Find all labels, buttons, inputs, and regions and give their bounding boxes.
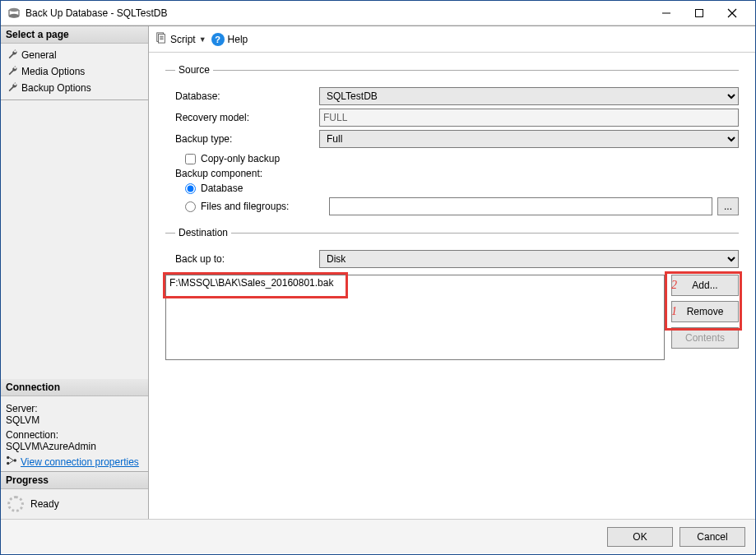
help-icon: ? [211,33,225,46]
main-area: Select a page General Media Options Back… [1,25,755,519]
backup-to-label: Back up to: [175,253,319,265]
svg-line-10 [9,460,13,463]
svg-point-1 [9,13,19,16]
ok-button[interactable]: OK [607,527,673,547]
window-title: Back Up Database - SQLTestDB [26,7,650,19]
sidebar: Select a page General Media Options Back… [1,26,149,519]
database-label: Database: [175,90,319,102]
copy-only-label: Copy-only backup [201,153,280,164]
view-connection-properties-link[interactable]: View connection properties [6,456,143,468]
page-item-general[interactable]: General [6,47,143,63]
filegroups-field[interactable] [329,197,712,215]
script-button[interactable]: Script ▼ [155,32,206,46]
page-item-media-options[interactable]: Media Options [6,63,143,80]
minimize-button[interactable] [650,2,683,25]
svg-point-6 [7,456,9,459]
connection-section: Connection Server: SQLVM Connection: SQL… [1,379,148,472]
backup-to-select[interactable]: Disk [319,250,739,268]
titlebar: Back Up Database - SQLTestDB [1,1,755,25]
server-value: SQLVM [6,414,143,426]
help-label: Help [228,34,248,45]
help-button[interactable]: ? Help [211,33,248,46]
progress-header: Progress [1,472,148,489]
select-page-header: Select a page [1,26,148,44]
source-group: Source Database: SQLTestDB Recovery mode… [165,64,739,224]
filegroups-browse-button[interactable]: ... [717,197,739,215]
wrench-icon [7,49,18,62]
dialog-button-bar: OK Cancel [1,519,755,553]
page-label: General [21,49,57,61]
connection-header: Connection [1,379,148,396]
recovery-model-field [319,109,739,127]
wrench-icon [7,81,18,95]
destination-list[interactable]: F:\MSSQL\BAK\Sales_20160801.bak [165,275,665,360]
close-button[interactable] [716,2,749,25]
destination-legend: Destination [175,227,231,238]
select-page-section: Select a page General Media Options Back… [1,26,148,100]
database-select[interactable]: SQLTestDB [319,87,739,105]
server-label: Server: [6,403,143,414]
script-icon [155,32,167,46]
contents-button: Contents [671,327,739,349]
source-legend: Source [175,64,213,76]
remove-button[interactable]: Remove [671,301,739,322]
form-area: Source Database: SQLTestDB Recovery mode… [149,53,755,519]
page-item-backup-options[interactable]: Backup Options [6,80,143,96]
connection-label: Connection: [6,429,143,441]
connection-icon [6,456,17,468]
filegroups-radio-label: Files and filegroups: [201,201,324,212]
svg-point-0 [9,7,19,11]
database-icon [7,7,21,20]
cancel-button[interactable]: Cancel [679,527,745,547]
progress-status: Ready [30,498,59,510]
svg-point-7 [7,462,9,465]
backup-type-select[interactable]: Full [319,130,739,148]
maximize-button[interactable] [683,2,716,25]
wrench-icon [7,65,18,78]
backup-type-label: Backup type: [175,133,319,145]
destination-group: Destination Back up to: Disk F:\MSSQL\BA… [165,227,739,365]
backup-component-label: Backup component: [175,168,739,179]
script-label: Script [170,34,196,45]
svg-point-8 [14,459,16,461]
window-controls [650,2,749,25]
content-panel: Script ▼ ? Help Source Database: SQLTest… [149,26,755,519]
database-radio-label: Database [201,183,243,194]
svg-rect-3 [696,9,703,16]
view-connection-label: View connection properties [21,456,139,468]
copy-only-checkbox[interactable] [185,154,196,164]
connection-value: SQLVM\AzureAdmin [6,441,143,452]
destination-item[interactable]: F:\MSSQL\BAK\Sales_20160801.bak [166,275,664,290]
progress-spinner-icon [7,496,24,512]
content-toolbar: Script ▼ ? Help [149,26,755,53]
chevron-down-icon: ▼ [199,35,206,44]
add-button[interactable]: Add... [671,275,739,296]
progress-section: Progress Ready [1,472,148,519]
svg-line-9 [9,458,13,460]
svg-rect-12 [159,35,165,44]
recovery-model-label: Recovery model: [175,112,319,123]
page-label: Backup Options [21,82,91,94]
database-radio[interactable] [185,183,196,194]
page-label: Media Options [21,66,85,77]
filegroups-radio[interactable] [185,201,196,212]
